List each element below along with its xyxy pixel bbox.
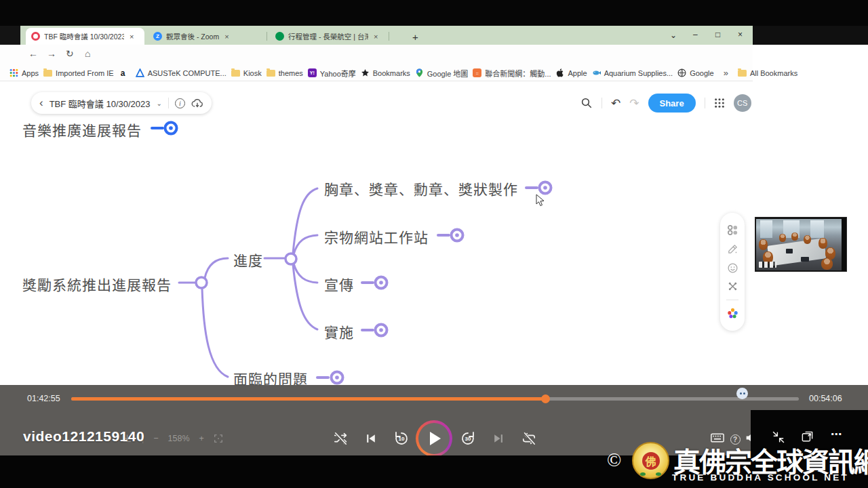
zoom-video-thumbnail[interactable] [755,217,847,272]
bookmark-aquarium[interactable]: Aquarium Supplies... [592,68,673,77]
play-button[interactable] [416,420,452,457]
replay-10-icon[interactable]: 10 [393,430,410,447]
new-tab-button[interactable]: + [412,31,418,43]
tab-close-icon[interactable]: × [374,33,378,41]
folder-icon [267,70,275,77]
leaf-decoration [656,472,661,476]
popup-window-icon[interactable] [799,428,815,445]
video-frame: TBF 臨時會議 10/30/2023 - Min × Z 觀眾會後 - Zoo… [0,0,868,488]
info-icon[interactable]: i [175,98,185,108]
repeat-off-icon[interactable] [521,430,537,447]
zoom-level: 158% [168,434,190,443]
previous-track-icon[interactable] [363,430,379,447]
search-icon[interactable] [580,97,593,109]
node-reward[interactable]: 獎勵系統推出進展報告 [22,274,172,294]
bookmark-yahoo[interactable]: Y! Yahoo奇摩 [308,68,356,79]
seek-bar-handle[interactable] [541,394,550,403]
undo-icon[interactable]: ↶ [611,96,620,110]
person [759,239,768,250]
avatar[interactable]: CS [734,94,751,112]
globe-icon [677,68,686,77]
bookmark-udn-news[interactable]: :: 聯合新聞網：觸動... [473,68,551,79]
tab-title: TBF 臨時會議 10/30/2023 - Min [44,31,124,41]
person [779,234,786,242]
bookmark-google-maps[interactable]: Google 地圖 [415,68,469,79]
bookmarks-bar: Apps Imported From IE a ASUSTeK COMPUTE.… [0,65,753,81]
bookmark-google[interactable]: Google [677,68,713,77]
zoom-out-button[interactable]: − [153,434,158,443]
connection-icon[interactable] [727,281,738,292]
window-maximize-button[interactable]: □ [715,30,720,39]
tab-zoom[interactable]: Z 觀眾會後 - Zoom × [148,28,264,45]
apps-grid-icon[interactable] [714,98,725,108]
bookmark-imported-from-ie[interactable]: Imported From IE [43,69,114,77]
node-station[interactable]: 宗物網站工作站 [324,226,429,247]
node-progress[interactable]: 進度 [233,249,263,270]
back-chevron-icon[interactable]: ‹ [39,96,43,110]
bookmark-kiosk[interactable]: Kiosk [231,69,262,77]
divider [601,98,602,108]
apps-grid-icon [9,68,18,77]
map-title[interactable]: TBF 臨時會議 10/30/2023 [50,97,151,110]
folder-icon [43,70,52,77]
letterbox-top [0,0,868,26]
node-implement[interactable]: 實施 [324,321,354,342]
shuffle-off-icon[interactable] [332,430,349,447]
tab-evaair[interactable]: 行程管理 - 長榮航空 | 台灣 (繁 × [270,28,387,45]
window-edge [0,26,20,45]
fit-screen-icon[interactable] [214,434,223,443]
redo-icon[interactable]: ↷ [629,96,639,110]
divider [168,98,169,108]
map-header-pill: ‹ TBF 臨時會議 10/30/2023 ⌄ i [31,92,212,114]
more-options-icon[interactable]: ⋯ [828,426,844,442]
tab-close-icon[interactable]: × [224,33,229,41]
zoom-favicon: Z [153,32,162,41]
amazon-icon: a [119,68,127,77]
tab-search-chevron-icon[interactable]: ⌄ [670,30,677,40]
forward-icon[interactable]: → [47,48,56,59]
layout-icon[interactable] [727,224,738,236]
window-minimize-button[interactable]: – [693,30,698,39]
tab-title: 觀眾會後 - Zoom [166,31,219,41]
person [821,258,833,270]
chevron-down-icon[interactable]: ⌄ [157,100,162,107]
map-pin-icon [415,68,424,77]
node-badges[interactable]: 胸章、獎章、勳章、獎狀製作 [324,178,518,199]
bookmarks-overflow-chevron[interactable]: » [724,68,728,78]
tab-mindmeister[interactable]: TBF 臨時會議 10/30/2023 - Min × [26,28,144,45]
exit-fullscreen-icon[interactable] [770,429,787,445]
map-tool-rail [720,213,745,331]
emoji-smiley-icon[interactable] [727,262,738,274]
divider [705,98,705,108]
yahoo-icon: Y! [308,68,317,77]
tab-close-icon[interactable]: × [130,33,134,41]
bookmark-asustek[interactable]: ASUSTeK COMPUTE... [136,68,226,77]
person [804,235,811,244]
reload-icon[interactable]: ↻ [66,48,74,59]
window-close-button[interactable]: × [738,30,743,39]
share-button[interactable]: Share [648,94,696,113]
download-cloud-icon[interactable] [191,98,203,108]
forward-30-icon[interactable]: 30 [460,430,476,447]
timeline-marker-icon [736,388,748,399]
integrations-flower-icon[interactable] [727,308,738,319]
node-promote[interactable]: 宣傳 [324,274,354,294]
zoom-in-button[interactable]: + [199,434,204,443]
node-music[interactable]: 音樂推廣進展報告 [22,119,142,140]
divider [726,300,738,300]
bookmark-apps[interactable]: Apps [9,68,39,77]
style-brush-icon[interactable] [727,243,738,255]
home-icon[interactable]: ⌂ [85,48,90,59]
all-bookmarks[interactable]: All Bookmarks [738,69,797,77]
next-track-icon[interactable] [490,430,507,447]
map-toolbar-right: ↶ ↷ Share CS [580,92,751,114]
back-icon[interactable]: ← [28,48,38,59]
bookmark-apple[interactable]: Apple [556,68,587,77]
bookmark-bookmarks[interactable]: Bookmarks [361,68,410,77]
bookmark-amazon[interactable]: a [119,68,131,77]
tab-separator [267,32,267,41]
person [818,238,827,249]
bookmark-themes[interactable]: themes [267,69,303,77]
person [791,232,798,241]
laptop [786,249,793,253]
